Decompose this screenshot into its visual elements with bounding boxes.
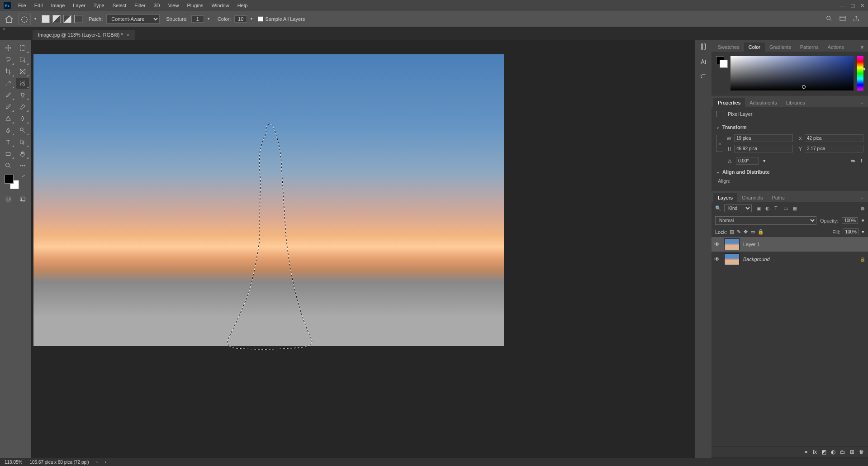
- type-tool[interactable]: [2, 137, 14, 147]
- move-tool[interactable]: [2, 43, 14, 53]
- history-brush-tool[interactable]: [2, 101, 14, 112]
- tab-color[interactable]: Color: [744, 43, 765, 52]
- status-arrow-right[interactable]: ›: [96, 460, 98, 465]
- close-tab-icon[interactable]: ×: [127, 32, 129, 38]
- share-icon[interactable]: [853, 15, 860, 23]
- chevron-down-icon[interactable]: ▾: [251, 17, 254, 21]
- filter-shape-icon[interactable]: ▭: [783, 205, 790, 212]
- brush-tool[interactable]: [2, 90, 14, 100]
- object-selection-tool[interactable]: [16, 54, 29, 65]
- lock-transparency-icon[interactable]: ▨: [730, 229, 734, 235]
- menu-select[interactable]: Select: [109, 2, 130, 9]
- frame-tool[interactable]: [16, 66, 29, 77]
- panel-background-color[interactable]: [720, 60, 728, 68]
- menu-plugins[interactable]: Plugins: [183, 2, 207, 9]
- layer-style-icon[interactable]: fx: [813, 449, 817, 455]
- layer-mask-icon[interactable]: ◩: [821, 449, 826, 455]
- menu-3d[interactable]: 3D: [150, 2, 164, 9]
- sample-all-checkbox[interactable]: [258, 16, 263, 22]
- tab-actions[interactable]: Actions: [823, 43, 849, 52]
- crop-tool[interactable]: [2, 66, 14, 77]
- color-input[interactable]: [234, 15, 247, 23]
- panel-menu-icon[interactable]: ≡: [858, 43, 866, 52]
- maximize-button[interactable]: ▢: [850, 3, 855, 9]
- visibility-toggle[interactable]: 👁: [714, 256, 721, 262]
- new-layer-icon[interactable]: ⊞: [850, 449, 854, 455]
- tab-gradients[interactable]: Gradients: [765, 43, 796, 52]
- eraser-tool[interactable]: [16, 101, 29, 112]
- menu-type[interactable]: Type: [90, 2, 108, 9]
- layer-item[interactable]: 👁 Background 🔒: [711, 252, 868, 267]
- link-dimensions-icon[interactable]: ⟐: [716, 135, 723, 152]
- height-input[interactable]: [734, 145, 793, 152]
- lasso-tool[interactable]: [2, 54, 14, 65]
- lock-all-icon[interactable]: 🔒: [758, 229, 764, 235]
- edit-toolbar-button[interactable]: [16, 160, 29, 171]
- filter-type-icon[interactable]: T: [774, 205, 781, 212]
- fill-value[interactable]: 100%: [843, 228, 859, 235]
- swap-colors-icon[interactable]: ⤢: [22, 174, 25, 178]
- flip-horizontal-icon[interactable]: ⇋: [851, 158, 855, 164]
- paragraph-panel-icon[interactable]: [699, 73, 707, 82]
- screen-mode-button[interactable]: [16, 194, 29, 204]
- layer-item[interactable]: 👁 Layer-1: [711, 237, 868, 252]
- tab-paths[interactable]: Paths: [768, 193, 789, 202]
- menu-filter[interactable]: Filter: [131, 2, 149, 9]
- path-selection-tool[interactable]: [16, 137, 29, 147]
- chevron-down-icon[interactable]: ▾: [208, 17, 211, 21]
- tab-channels[interactable]: Channels: [737, 193, 767, 202]
- tab-patterns[interactable]: Patterns: [796, 43, 823, 52]
- hue-slider[interactable]: ◀: [857, 56, 863, 90]
- lock-artboard-icon[interactable]: ▭: [750, 229, 755, 235]
- menu-window[interactable]: Window: [208, 2, 233, 9]
- menu-image[interactable]: Image: [47, 2, 69, 9]
- document-canvas[interactable]: [33, 54, 504, 346]
- transform-section-header[interactable]: ⌄ Transform: [716, 122, 863, 133]
- filter-kind-select[interactable]: Kind: [724, 204, 752, 212]
- gradient-tool[interactable]: [2, 113, 14, 124]
- width-input[interactable]: [734, 134, 793, 142]
- document-tab[interactable]: Image.jpg @ 113% (Layer-1, RGB/8) * ×: [33, 30, 135, 40]
- close-button[interactable]: ✕: [860, 3, 864, 9]
- filter-pixel-icon[interactable]: ▣: [756, 205, 763, 212]
- link-layers-icon[interactable]: ⚭: [804, 449, 808, 455]
- tab-adjustments[interactable]: Adjustments: [745, 98, 782, 107]
- lock-pixels-icon[interactable]: ✎: [737, 229, 741, 235]
- new-selection-icon[interactable]: [42, 15, 50, 23]
- chevron-down-icon[interactable]: ▾: [763, 158, 766, 164]
- chevron-down-icon[interactable]: ▾: [862, 218, 864, 223]
- zoom-level[interactable]: 113.05%: [5, 460, 22, 465]
- tab-swatches[interactable]: Swatches: [713, 43, 744, 52]
- intersect-selection-icon[interactable]: [74, 15, 82, 23]
- filter-toggle[interactable]: [861, 207, 864, 210]
- flip-vertical-icon[interactable]: ⤒: [859, 158, 863, 164]
- workspace-switcher-icon[interactable]: [839, 15, 846, 23]
- foreground-background-colors[interactable]: ⤢: [2, 174, 29, 190]
- menu-layer[interactable]: Layer: [69, 2, 89, 9]
- layer-thumbnail[interactable]: [724, 238, 740, 250]
- filter-smart-icon[interactable]: ▦: [792, 205, 799, 212]
- opacity-value[interactable]: 100%: [842, 217, 858, 224]
- y-input[interactable]: [805, 145, 863, 152]
- panel-fg-bg-colors[interactable]: [716, 56, 727, 67]
- canvas-area[interactable]: [31, 40, 695, 458]
- pen-tool[interactable]: [2, 125, 14, 136]
- group-icon[interactable]: 🗀: [840, 449, 845, 455]
- home-button[interactable]: [4, 14, 14, 24]
- chevron-down-icon[interactable]: ▾: [862, 229, 864, 235]
- menu-file[interactable]: File: [14, 2, 30, 9]
- menu-view[interactable]: View: [165, 2, 183, 9]
- history-panel-icon[interactable]: [699, 43, 707, 52]
- tab-libraries[interactable]: Libraries: [782, 98, 810, 107]
- blur-tool[interactable]: [16, 113, 29, 124]
- minimize-button[interactable]: —: [840, 3, 845, 9]
- subtract-selection-icon[interactable]: [63, 15, 71, 23]
- status-arrow-left[interactable]: ‹: [105, 460, 106, 465]
- angle-input[interactable]: [736, 157, 759, 165]
- add-selection-icon[interactable]: [52, 15, 61, 23]
- align-section-header[interactable]: ⌄ Align and Distribute: [716, 166, 863, 177]
- delete-layer-icon[interactable]: 🗑: [859, 449, 864, 455]
- lock-position-icon[interactable]: ✥: [744, 229, 748, 235]
- zoom-tool[interactable]: [2, 160, 14, 171]
- panel-menu-icon[interactable]: ≡: [858, 193, 866, 202]
